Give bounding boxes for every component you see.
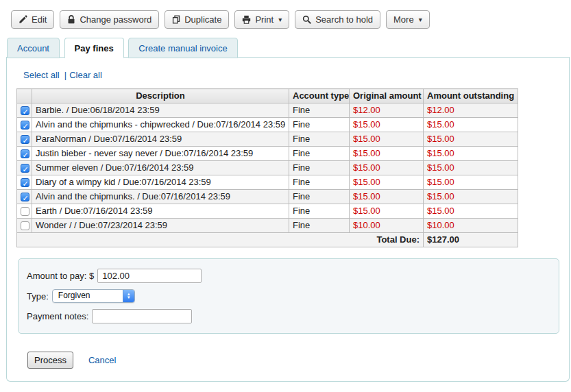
duplicate-button[interactable]: Duplicate: [165, 10, 229, 29]
fine-checkbox[interactable]: [21, 149, 29, 158]
selection-links: Select all|Clear all: [23, 70, 559, 80]
fine-original-amount: $15.00: [350, 118, 424, 132]
fines-table-header: Description Account type Original amount…: [17, 89, 518, 103]
printer-icon: [242, 15, 251, 24]
select-all-link[interactable]: Select all: [23, 70, 60, 80]
fine-row: Alvin and the chipmunks. / Due:07/16/201…: [17, 190, 518, 204]
fines-table-body: Barbie. / Due:06/18/2014 23:59Fine$12.00…: [17, 103, 518, 233]
fine-checkbox[interactable]: [21, 178, 29, 187]
fine-checkbox[interactable]: [21, 121, 29, 130]
checkbox-column-header: [17, 89, 32, 103]
more-button-label: More: [393, 14, 414, 25]
fine-row: Diary of a wimpy kid / Due:07/16/2014 23…: [17, 175, 518, 190]
fine-account-type: Fine: [289, 204, 350, 219]
copy-icon: [172, 15, 180, 24]
total-due-value: $127.00: [424, 233, 518, 247]
fine-account-type: Fine: [289, 103, 350, 118]
fine-amount-outstanding: $15.00: [424, 161, 518, 175]
amount-to-pay-label: Amount to pay: $: [27, 271, 94, 281]
type-select[interactable]: Forgiven ▲▼: [52, 289, 135, 303]
edit-button[interactable]: Edit: [11, 10, 54, 29]
fine-account-type: Fine: [289, 161, 350, 175]
process-button[interactable]: Process: [27, 352, 73, 369]
more-button[interactable]: More ▾: [386, 10, 430, 29]
fine-original-amount: $15.00: [350, 204, 424, 219]
pencil-icon: [19, 15, 27, 24]
fine-description: Wonder / / Due:07/23/2014 23:59: [32, 219, 289, 233]
total-due-label: Total Due:: [17, 233, 424, 247]
fine-amount-outstanding: $10.00: [424, 219, 518, 233]
fine-amount-outstanding: $15.00: [424, 175, 518, 190]
cancel-link[interactable]: Cancel: [88, 355, 116, 365]
link-separator: |: [64, 70, 66, 80]
fine-row: Summer eleven / Due:07/16/2014 23:59Fine…: [17, 161, 518, 175]
fine-checkbox-cell: [17, 175, 32, 190]
amount-outstanding-column-header: Amount outstanding: [424, 89, 518, 103]
original-amount-column-header: Original amount: [350, 89, 424, 103]
fine-description: Diary of a wimpy kid / Due:07/16/2014 23…: [32, 175, 289, 190]
chevron-down-icon: ▾: [278, 16, 282, 23]
search-to-hold-button-label: Search to hold: [315, 14, 373, 25]
fine-amount-outstanding: $15.00: [424, 204, 518, 219]
fine-checkbox[interactable]: [21, 193, 29, 201]
fine-original-amount: $15.00: [350, 132, 424, 147]
fine-checkbox[interactable]: [21, 221, 29, 230]
fine-checkbox[interactable]: [21, 164, 29, 173]
fine-checkbox-cell: [17, 190, 32, 204]
account-type-column-header: Account type: [289, 89, 350, 103]
fine-original-amount: $12.00: [350, 103, 424, 118]
chevron-down-icon: ▾: [419, 16, 422, 23]
fines-table: Description Account type Original amount…: [16, 88, 518, 247]
fine-checkbox-cell: [17, 103, 32, 118]
fine-description: Summer eleven / Due:07/16/2014 23:59: [32, 161, 289, 175]
fine-original-amount: $15.00: [350, 175, 424, 190]
patron-toolbar: Edit Change password Duplicate Print ▾ S…: [0, 0, 571, 37]
fine-checkbox[interactable]: [21, 207, 29, 216]
fine-account-type: Fine: [289, 132, 350, 147]
search-to-hold-button[interactable]: Search to hold: [295, 10, 380, 29]
tab-pay-fines[interactable]: Pay fines: [64, 38, 124, 58]
fine-description: Alvin and the chipmunks - chipwrecked / …: [32, 118, 289, 132]
fine-row: Wonder / / Due:07/23/2014 23:59Fine$10.0…: [17, 219, 518, 233]
lock-icon: [67, 15, 75, 24]
fine-checkbox[interactable]: [21, 106, 29, 115]
fine-checkbox[interactable]: [21, 135, 29, 144]
fine-original-amount: $15.00: [350, 190, 424, 204]
fine-original-amount: $10.00: [350, 219, 424, 233]
fine-description: Justin bieber - never say never / Due:07…: [32, 147, 289, 161]
fine-amount-outstanding: $12.00: [424, 103, 518, 118]
fine-checkbox-cell: [17, 147, 32, 161]
patron-tabs: Account Pay fines Create manual invoice: [6, 37, 570, 58]
change-password-button-label: Change password: [80, 14, 151, 25]
tab-account[interactable]: Account: [7, 38, 60, 58]
clear-all-link[interactable]: Clear all: [69, 70, 102, 80]
print-button[interactable]: Print ▾: [234, 10, 289, 29]
fine-amount-outstanding: $15.00: [424, 147, 518, 161]
fine-amount-outstanding: $15.00: [424, 132, 518, 147]
type-select-value: Forgiven: [53, 290, 123, 302]
fine-original-amount: $15.00: [350, 161, 424, 175]
tab-create-manual-invoice[interactable]: Create manual invoice: [128, 38, 237, 58]
fine-checkbox-cell: [17, 161, 32, 175]
fine-description: Alvin and the chipmunks. / Due:07/16/201…: [32, 190, 289, 204]
fine-row: Alvin and the chipmunks - chipwrecked / …: [17, 118, 518, 132]
fine-account-type: Fine: [289, 118, 350, 132]
fine-checkbox-cell: [17, 118, 32, 132]
amount-to-pay-input[interactable]: [97, 269, 202, 283]
duplicate-button-label: Duplicate: [184, 14, 221, 25]
fine-checkbox-cell: [17, 219, 32, 233]
fine-amount-outstanding: $15.00: [424, 118, 518, 132]
fine-description: ParaNorman / Due:07/16/2014 23:59: [32, 132, 289, 147]
pay-fines-panel: Select all|Clear all Description Account…: [6, 58, 570, 382]
payment-notes-label: Payment notes:: [27, 311, 88, 321]
description-column-header: Description: [32, 89, 289, 103]
payment-notes-input[interactable]: [92, 309, 192, 323]
fine-original-amount: $15.00: [350, 147, 424, 161]
total-row: Total Due: $127.00: [17, 233, 518, 247]
fine-description: Earth / Due:07/16/2014 23:59: [32, 204, 289, 219]
fine-account-type: Fine: [289, 190, 350, 204]
fine-amount-outstanding: $15.00: [424, 190, 518, 204]
fine-account-type: Fine: [289, 219, 350, 233]
select-stepper-icon: ▲▼: [123, 290, 134, 302]
change-password-button[interactable]: Change password: [60, 10, 159, 29]
